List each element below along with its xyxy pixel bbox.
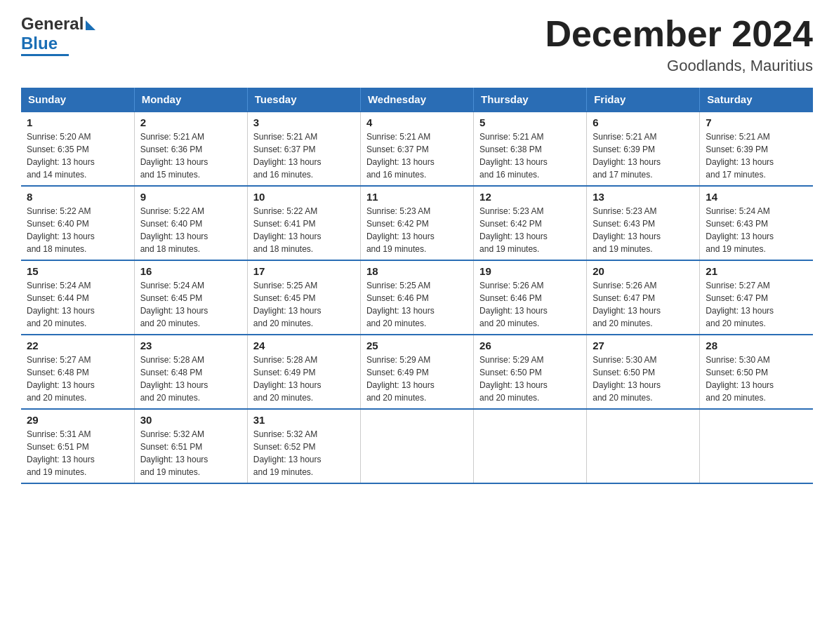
day-number: 27 (593, 340, 694, 351)
day-info: Sunrise: 5:27 AM Sunset: 6:48 PM Dayligh… (27, 354, 128, 404)
day-info: Sunrise: 5:23 AM Sunset: 6:42 PM Dayligh… (366, 205, 468, 255)
calendar-body: 1Sunrise: 5:20 AM Sunset: 6:35 PM Daylig… (21, 112, 813, 483)
calendar-cell: 29Sunrise: 5:31 AM Sunset: 6:51 PM Dayli… (21, 409, 134, 483)
day-number: 29 (27, 414, 128, 426)
day-number: 10 (253, 191, 355, 203)
day-number: 6 (593, 116, 694, 128)
header-cell-saturday: Saturday (700, 88, 813, 112)
day-number: 23 (140, 340, 241, 351)
day-number: 8 (27, 191, 128, 203)
calendar-cell: 15Sunrise: 5:24 AM Sunset: 6:44 PM Dayli… (21, 260, 134, 335)
day-number: 17 (253, 265, 355, 277)
day-number: 18 (366, 265, 468, 277)
header-cell-thursday: Thursday (474, 88, 587, 112)
day-info: Sunrise: 5:27 AM Sunset: 6:47 PM Dayligh… (706, 279, 807, 330)
calendar-cell: 17Sunrise: 5:25 AM Sunset: 6:45 PM Dayli… (247, 260, 360, 335)
month-title: December 2024 (545, 14, 813, 54)
header-row: SundayMondayTuesdayWednesdayThursdayFrid… (21, 88, 813, 112)
day-info: Sunrise: 5:32 AM Sunset: 6:52 PM Dayligh… (253, 428, 355, 478)
day-info: Sunrise: 5:20 AM Sunset: 6:35 PM Dayligh… (27, 130, 128, 181)
calendar-cell: 23Sunrise: 5:28 AM Sunset: 6:48 PM Dayli… (134, 335, 247, 409)
day-number: 14 (706, 191, 807, 203)
calendar-cell: 5Sunrise: 5:21 AM Sunset: 6:38 PM Daylig… (474, 112, 587, 186)
day-number: 20 (593, 265, 694, 277)
calendar-cell: 27Sunrise: 5:30 AM Sunset: 6:50 PM Dayli… (587, 335, 700, 409)
day-number: 12 (479, 191, 581, 203)
calendar-cell: 22Sunrise: 5:27 AM Sunset: 6:48 PM Dayli… (21, 335, 134, 409)
day-number: 19 (479, 265, 581, 277)
day-info: Sunrise: 5:21 AM Sunset: 6:37 PM Dayligh… (253, 130, 355, 181)
header-cell-friday: Friday (587, 88, 700, 112)
calendar-cell: 12Sunrise: 5:23 AM Sunset: 6:42 PM Dayli… (474, 186, 587, 260)
day-number: 28 (706, 340, 807, 351)
day-number: 15 (27, 265, 128, 277)
calendar-week-row: 15Sunrise: 5:24 AM Sunset: 6:44 PM Dayli… (21, 260, 813, 335)
calendar-cell: 13Sunrise: 5:23 AM Sunset: 6:43 PM Dayli… (587, 186, 700, 260)
header-cell-monday: Monday (134, 88, 247, 112)
calendar-cell: 24Sunrise: 5:28 AM Sunset: 6:49 PM Dayli… (247, 335, 360, 409)
calendar-cell (700, 409, 813, 483)
title-block: December 2024 Goodlands, Mauritius (545, 14, 813, 75)
day-info: Sunrise: 5:31 AM Sunset: 6:51 PM Dayligh… (27, 428, 128, 478)
day-number: 5 (479, 116, 581, 128)
day-number: 30 (140, 414, 241, 426)
day-number: 25 (366, 340, 468, 351)
day-info: Sunrise: 5:24 AM Sunset: 6:43 PM Dayligh… (706, 205, 807, 255)
day-info: Sunrise: 5:21 AM Sunset: 6:39 PM Dayligh… (706, 130, 807, 181)
calendar-cell: 14Sunrise: 5:24 AM Sunset: 6:43 PM Dayli… (700, 186, 813, 260)
day-info: Sunrise: 5:28 AM Sunset: 6:49 PM Dayligh… (253, 354, 355, 404)
logo-triangle-icon (86, 20, 95, 30)
calendar-header: SundayMondayTuesdayWednesdayThursdayFrid… (21, 88, 813, 112)
day-number: 9 (140, 191, 241, 203)
header-cell-sunday: Sunday (21, 88, 134, 112)
header-cell-wednesday: Wednesday (360, 88, 473, 112)
day-info: Sunrise: 5:24 AM Sunset: 6:45 PM Dayligh… (140, 279, 241, 330)
calendar-cell: 1Sunrise: 5:20 AM Sunset: 6:35 PM Daylig… (21, 112, 134, 186)
day-info: Sunrise: 5:22 AM Sunset: 6:40 PM Dayligh… (140, 205, 241, 255)
header-cell-tuesday: Tuesday (247, 88, 360, 112)
day-info: Sunrise: 5:26 AM Sunset: 6:47 PM Dayligh… (593, 279, 694, 330)
calendar-cell: 26Sunrise: 5:29 AM Sunset: 6:50 PM Dayli… (474, 335, 587, 409)
day-number: 4 (366, 116, 468, 128)
day-info: Sunrise: 5:21 AM Sunset: 6:39 PM Dayligh… (593, 130, 694, 181)
day-number: 21 (706, 265, 807, 277)
page-header: General Blue December 2024 Goodlands, Ma… (21, 14, 813, 75)
calendar-week-row: 22Sunrise: 5:27 AM Sunset: 6:48 PM Dayli… (21, 335, 813, 409)
day-info: Sunrise: 5:32 AM Sunset: 6:51 PM Dayligh… (140, 428, 241, 478)
calendar-cell (474, 409, 587, 483)
day-info: Sunrise: 5:25 AM Sunset: 6:46 PM Dayligh… (366, 279, 468, 330)
day-info: Sunrise: 5:25 AM Sunset: 6:45 PM Dayligh… (253, 279, 355, 330)
day-number: 2 (140, 116, 241, 128)
calendar-cell (587, 409, 700, 483)
day-number: 7 (706, 116, 807, 128)
day-number: 22 (27, 340, 128, 351)
calendar-cell: 7Sunrise: 5:21 AM Sunset: 6:39 PM Daylig… (700, 112, 813, 186)
day-number: 13 (593, 191, 694, 203)
calendar-cell: 18Sunrise: 5:25 AM Sunset: 6:46 PM Dayli… (360, 260, 473, 335)
day-number: 16 (140, 265, 241, 277)
day-info: Sunrise: 5:22 AM Sunset: 6:40 PM Dayligh… (27, 205, 128, 255)
calendar-cell: 16Sunrise: 5:24 AM Sunset: 6:45 PM Dayli… (134, 260, 247, 335)
calendar-cell: 4Sunrise: 5:21 AM Sunset: 6:37 PM Daylig… (360, 112, 473, 186)
calendar-cell: 28Sunrise: 5:30 AM Sunset: 6:50 PM Dayli… (700, 335, 813, 409)
day-number: 24 (253, 340, 355, 351)
calendar-cell: 25Sunrise: 5:29 AM Sunset: 6:49 PM Dayli… (360, 335, 473, 409)
day-number: 1 (27, 116, 128, 128)
day-info: Sunrise: 5:26 AM Sunset: 6:46 PM Dayligh… (479, 279, 581, 330)
day-info: Sunrise: 5:29 AM Sunset: 6:49 PM Dayligh… (366, 354, 468, 404)
calendar-week-row: 1Sunrise: 5:20 AM Sunset: 6:35 PM Daylig… (21, 112, 813, 186)
calendar-week-row: 8Sunrise: 5:22 AM Sunset: 6:40 PM Daylig… (21, 186, 813, 260)
day-number: 26 (479, 340, 581, 351)
logo-general-text: General (21, 14, 84, 34)
calendar-table: SundayMondayTuesdayWednesdayThursdayFrid… (21, 88, 813, 484)
day-number: 31 (253, 414, 355, 426)
calendar-cell: 2Sunrise: 5:21 AM Sunset: 6:36 PM Daylig… (134, 112, 247, 186)
calendar-cell: 11Sunrise: 5:23 AM Sunset: 6:42 PM Dayli… (360, 186, 473, 260)
day-info: Sunrise: 5:29 AM Sunset: 6:50 PM Dayligh… (479, 354, 581, 404)
calendar-cell: 19Sunrise: 5:26 AM Sunset: 6:46 PM Dayli… (474, 260, 587, 335)
calendar-cell: 31Sunrise: 5:32 AM Sunset: 6:52 PM Dayli… (247, 409, 360, 483)
day-info: Sunrise: 5:23 AM Sunset: 6:43 PM Dayligh… (593, 205, 694, 255)
day-number: 11 (366, 191, 468, 203)
calendar-cell: 21Sunrise: 5:27 AM Sunset: 6:47 PM Dayli… (700, 260, 813, 335)
day-info: Sunrise: 5:22 AM Sunset: 6:41 PM Dayligh… (253, 205, 355, 255)
